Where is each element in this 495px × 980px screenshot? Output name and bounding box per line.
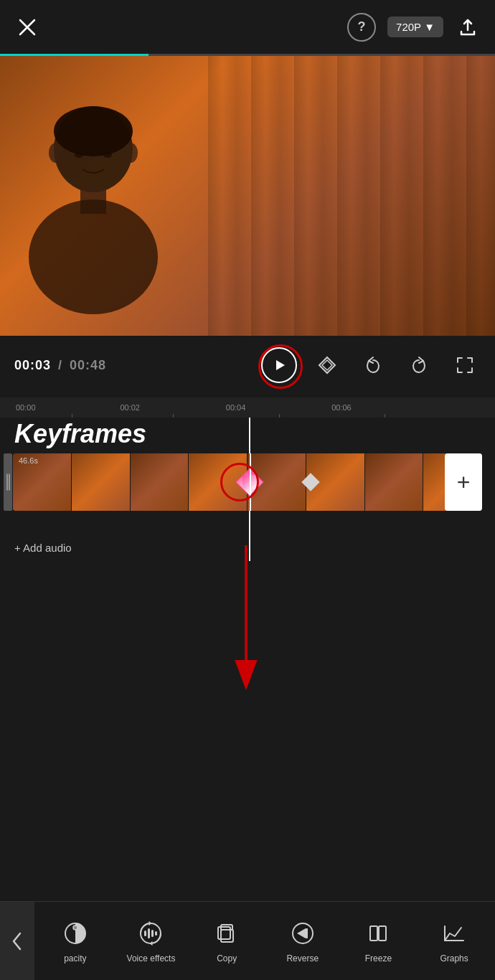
voice-effects-icon bbox=[136, 919, 165, 948]
svg-point-3 bbox=[54, 106, 133, 156]
svg-rect-23 bbox=[218, 927, 230, 939]
opacity-icon bbox=[61, 919, 90, 948]
svg-point-6 bbox=[75, 152, 83, 158]
keyframe-button[interactable] bbox=[311, 349, 343, 381]
curtain-overlay bbox=[208, 56, 495, 336]
toolbar-item-freeze[interactable]: Freeze bbox=[353, 919, 403, 963]
playhead-track bbox=[250, 453, 251, 511]
person-silhouette bbox=[0, 92, 230, 336]
total-time: 00:48 bbox=[70, 358, 106, 372]
fullscreen-button[interactable] bbox=[449, 349, 481, 381]
svg-marker-25 bbox=[297, 928, 306, 938]
svg-rect-28 bbox=[379, 926, 386, 941]
handle-icon bbox=[5, 471, 11, 493]
ruler-mark-3: 00:06 bbox=[331, 403, 352, 412]
back-arrow-icon bbox=[10, 930, 24, 952]
playhead-bottom bbox=[249, 511, 250, 561]
svg-marker-10 bbox=[276, 360, 285, 370]
quality-label: 720P bbox=[396, 21, 421, 33]
playhead-top bbox=[249, 418, 250, 453]
opacity-label: pacity bbox=[64, 953, 86, 963]
ruler-marks: 00:00 00:02 00:04 00:06 bbox=[14, 397, 495, 418]
ruler-mark-2: 00:04 bbox=[226, 403, 246, 412]
toolbar-back-arrow[interactable] bbox=[0, 902, 34, 981]
svg-rect-27 bbox=[370, 926, 377, 941]
video-preview bbox=[0, 56, 495, 336]
undo-button[interactable] bbox=[357, 349, 389, 381]
svg-rect-26 bbox=[306, 928, 308, 938]
svg-rect-18 bbox=[144, 930, 146, 936]
time-display: 00:03 / 00:48 bbox=[14, 358, 106, 373]
svg-rect-22 bbox=[221, 930, 233, 942]
video-background bbox=[0, 56, 495, 336]
graphs-icon bbox=[440, 919, 468, 948]
ruler-mark-0: 00:00 bbox=[16, 403, 36, 412]
timeline-controls-wrapper: 00:03 / 00:48 bbox=[0, 336, 495, 397]
add-track-button[interactable]: + bbox=[445, 453, 482, 511]
svg-point-5 bbox=[29, 199, 158, 314]
quality-button[interactable]: 720P ▼ bbox=[387, 17, 443, 37]
video-track[interactable]: 46.6s bbox=[13, 453, 482, 511]
keyframes-label: Keyframes bbox=[14, 419, 146, 448]
quality-arrow: ▼ bbox=[424, 21, 435, 33]
timeline-controls: 00:03 / 00:48 bbox=[14, 347, 481, 383]
freeze-label: Freeze bbox=[365, 953, 392, 963]
add-audio-button[interactable]: + Add audio bbox=[14, 542, 72, 554]
graphs-label: Graphs bbox=[440, 953, 468, 963]
play-button[interactable] bbox=[261, 347, 297, 383]
export-button[interactable] bbox=[455, 14, 481, 40]
redo-button[interactable] bbox=[403, 349, 435, 381]
fullscreen-icon bbox=[455, 355, 475, 375]
svg-point-8 bbox=[49, 143, 63, 163]
svg-point-16 bbox=[73, 925, 77, 930]
undo-icon bbox=[363, 355, 383, 375]
reverse-icon bbox=[288, 919, 317, 948]
bottom-toolbar: pacity Voice effects bbox=[0, 901, 495, 980]
copy-label: Copy bbox=[217, 953, 237, 963]
thumb-2 bbox=[72, 453, 131, 511]
freeze-icon bbox=[364, 919, 392, 948]
voice-effects-label: Voice effects bbox=[127, 953, 176, 963]
svg-rect-19 bbox=[148, 928, 150, 938]
keyframe-icon bbox=[316, 354, 338, 376]
close-button[interactable] bbox=[14, 14, 40, 40]
time-separator: / bbox=[58, 358, 67, 372]
toolbar-items: pacity Voice effects bbox=[34, 919, 495, 963]
svg-point-9 bbox=[123, 143, 138, 163]
redo-icon bbox=[409, 355, 429, 375]
export-icon bbox=[458, 17, 478, 37]
add-track-icon: + bbox=[457, 471, 471, 494]
keyframes-label-container: Keyframes bbox=[14, 419, 146, 449]
reverse-label: Reverse bbox=[286, 953, 319, 963]
close-icon bbox=[17, 17, 37, 37]
svg-rect-21 bbox=[155, 931, 157, 936]
add-audio-label: + Add audio bbox=[14, 542, 72, 554]
timeline-area: Keyframes 46.6s bbox=[0, 418, 495, 561]
thumb-3 bbox=[131, 453, 189, 511]
toolbar-item-copy[interactable]: Copy bbox=[202, 919, 252, 963]
top-bar: ? 720P ▼ bbox=[0, 0, 495, 54]
help-symbol: ? bbox=[358, 19, 366, 34]
track-left-handle[interactable] bbox=[4, 453, 12, 511]
top-bar-right: ? 720P ▼ bbox=[347, 13, 481, 42]
toolbar-item-voice-effects[interactable]: Voice effects bbox=[126, 919, 176, 963]
toolbar-item-reverse[interactable]: Reverse bbox=[278, 919, 328, 963]
svg-rect-20 bbox=[151, 930, 154, 937]
thumb-7 bbox=[365, 453, 424, 511]
toolbar-item-opacity[interactable]: pacity bbox=[50, 919, 100, 963]
ruler-mark-1: 00:02 bbox=[120, 403, 140, 412]
svg-point-7 bbox=[103, 152, 112, 158]
track-duration: 46.6s bbox=[19, 456, 38, 465]
copy-icon bbox=[212, 919, 241, 948]
play-icon bbox=[271, 357, 287, 373]
timeline-ruler: 00:00 00:02 00:04 00:06 bbox=[0, 397, 495, 418]
help-button[interactable]: ? bbox=[347, 13, 376, 42]
current-time: 00:03 bbox=[14, 358, 51, 372]
toolbar-item-graphs[interactable]: Graphs bbox=[429, 919, 479, 963]
control-buttons bbox=[261, 347, 481, 383]
